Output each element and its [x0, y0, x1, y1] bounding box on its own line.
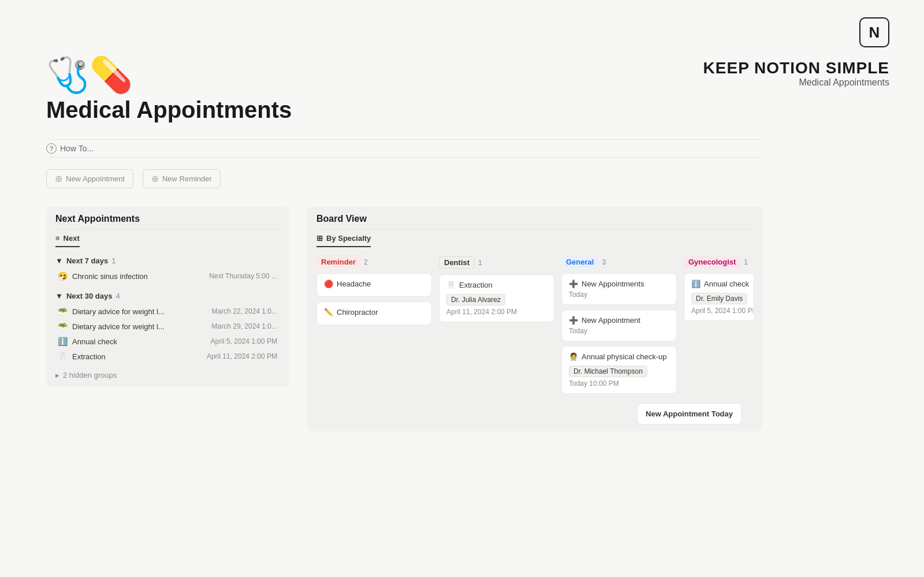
board-view-section: Board View ⊞ By Specialty Reminder 2	[307, 207, 762, 431]
list-item[interactable]: 🤧 Chronic sinus infection Next Thursday …	[55, 269, 280, 284]
right-panel: Board View ⊞ By Specialty Reminder 2	[307, 207, 762, 438]
card-date: April 5, 2024 1:00 PM	[691, 307, 753, 315]
item-emoji: 🥗	[58, 322, 68, 331]
item-name: Dietary advice for weight l...	[72, 322, 165, 331]
page-icon: 🩺💊	[46, 58, 762, 92]
plus-icon: ⊕	[55, 173, 62, 184]
item-emoji: ℹ️	[58, 337, 68, 346]
card-headache[interactable]: 🔴 Headache	[316, 273, 432, 297]
main-content: 🩺💊 Medical Appointments ? How To... ⊕ Ne…	[0, 0, 808, 461]
board-view-header: Board View	[316, 214, 753, 224]
item-date: March 29, 2024 1:0...	[212, 322, 277, 330]
new-appointment-today-card[interactable]: New Appointment Today	[637, 403, 742, 425]
two-col-layout: Next Appointments ≡ Next ▼ Next 7 days 1…	[46, 207, 762, 438]
divider	[55, 229, 280, 229]
group-label-30: Next 30 days	[66, 292, 113, 300]
col-reminder-header: Reminder 2	[316, 256, 432, 267]
card-doctor: Dr. Emily Davis	[691, 293, 747, 304]
col-reminder-count: 2	[364, 258, 368, 266]
card-title: 🧑‍⚕️ Annual physical check-up	[569, 352, 669, 361]
notion-logo: N	[859, 17, 889, 47]
col-general: General 3 ➕ New Appointments Today	[561, 256, 677, 399]
col-reminder-label: Reminder	[316, 256, 360, 267]
reminder-plus-icon: ⊕	[151, 173, 159, 184]
group-label-7: Next 7 days	[66, 256, 108, 265]
page-header: 🩺💊 Medical Appointments	[46, 58, 762, 130]
card-emoji: 🧑‍⚕️	[569, 352, 578, 361]
card-name: New Appointment	[582, 316, 640, 325]
item-name: Annual check	[72, 337, 117, 346]
col-general-count: 3	[602, 258, 606, 266]
col-gynecologist: Gynecologist 1 ℹ️ Annual check Dr. Emily…	[684, 256, 753, 399]
list-icon: ≡	[55, 234, 60, 243]
list-item[interactable]: 🥗 Dietary advice for weight l... March 2…	[55, 304, 280, 319]
card-name: Chiropractor	[337, 308, 378, 317]
card-date: Today	[569, 291, 669, 299]
new-reminder-button[interactable]: ⊕ New Reminder	[143, 169, 221, 188]
card-title: ℹ️ Annual check	[691, 280, 753, 288]
card-title: ➕ New Appointments	[569, 280, 669, 288]
new-appointment-label: New Appointment	[66, 174, 125, 183]
card-new-appointments[interactable]: ➕ New Appointments Today	[561, 273, 677, 305]
card-name: Annual check	[704, 280, 749, 288]
group-count-7: 1	[111, 256, 116, 265]
col-gynecologist-count: 1	[744, 258, 748, 266]
how-to-row[interactable]: ? How To...	[46, 139, 762, 158]
next-appointments-section: Next Appointments ≡ Next ▼ Next 7 days 1…	[46, 207, 289, 386]
col-gynecologist-header: Gynecologist 1	[684, 256, 753, 267]
board-tab-label: By Specialty	[326, 234, 371, 243]
group-next-30-days[interactable]: ▼ Next 30 days 4	[55, 292, 280, 300]
list-item[interactable]: ℹ️ Annual check April 5, 2024 1:00 PM	[55, 334, 280, 349]
col-dentist-header: Dentist 1	[439, 256, 554, 269]
card-date: Today 10:00 PM	[569, 379, 669, 388]
card-name: New Appointments	[582, 280, 644, 288]
list-item[interactable]: 🦷 Extraction April 11, 2024 2:00 PM	[55, 349, 280, 364]
next-tab-label: Next	[64, 234, 80, 243]
board-title: Board View	[316, 214, 367, 224]
card-extraction[interactable]: 🦷 Extraction Dr. Julia Alvarez April 11,…	[439, 274, 554, 322]
board-divider	[316, 229, 753, 229]
card-new-appointment[interactable]: ➕ New Appointment Today	[561, 310, 677, 341]
col-dentist-count: 1	[478, 259, 482, 267]
card-date: April 11, 2024 2:00 PM	[446, 308, 547, 316]
col-dentist-label: Dentist	[439, 256, 475, 269]
how-to-label: How To...	[60, 144, 94, 153]
new-appointment-button[interactable]: ⊕ New Appointment	[46, 169, 133, 188]
board-columns: Reminder 2 🔴 Headache ✏️	[316, 256, 753, 399]
list-item[interactable]: 🥗 Dietary advice for weight l... March 2…	[55, 319, 280, 334]
chevron-down-icon-2: ▼	[55, 292, 63, 300]
page-title: Medical Appointments	[46, 97, 762, 123]
card-name: Extraction	[459, 281, 493, 289]
next-tab[interactable]: ≡ Next	[55, 234, 80, 247]
by-specialty-tab[interactable]: ⊞ By Specialty	[316, 234, 371, 247]
card-annual-physical[interactable]: 🧑‍⚕️ Annual physical check-up Dr. Michae…	[561, 346, 677, 394]
card-title: ➕ New Appointment	[569, 316, 669, 325]
brand-subtitle: Medical Appointments	[799, 77, 889, 88]
card-title: 🔴 Headache	[324, 280, 424, 288]
action-buttons: ⊕ New Appointment ⊕ New Reminder	[46, 169, 762, 188]
left-panel: Next Appointments ≡ Next ▼ Next 7 days 1…	[46, 207, 289, 393]
question-icon: ?	[46, 143, 57, 154]
item-emoji: 🥗	[58, 307, 68, 316]
card-emoji: 🔴	[324, 280, 333, 288]
group-next-7-days[interactable]: ▼ Next 7 days 1	[55, 256, 280, 265]
card-name: Headache	[337, 280, 371, 288]
card-title: ✏️ Chiropractor	[324, 308, 424, 317]
card-annual-check[interactable]: ℹ️ Annual check Dr. Emily Davis April 5,…	[684, 273, 753, 321]
card-emoji: ➕	[569, 280, 578, 288]
item-date: Next Thursday 5:00 ...	[209, 272, 277, 280]
col-general-header: General 3	[561, 256, 677, 267]
card-emoji: ℹ️	[691, 280, 701, 288]
hidden-groups-label: 2 hidden groups	[63, 371, 117, 379]
hidden-groups[interactable]: ▸ 2 hidden groups	[55, 371, 280, 379]
brand-title: KEEP NOTION SIMPLE	[703, 59, 889, 77]
card-chiropractor[interactable]: ✏️ Chiropractor	[316, 301, 432, 325]
chevron-right-icon: ▸	[55, 371, 59, 379]
board-icon: ⊞	[316, 234, 323, 243]
chevron-down-icon: ▼	[55, 256, 63, 265]
col-general-label: General	[561, 256, 598, 267]
col-dentist: Dentist 1 🦷 Extraction Dr. Julia Alvarez…	[439, 256, 554, 399]
card-date: Today	[569, 327, 669, 335]
list-item-left: 🤧 Chronic sinus infection	[58, 271, 148, 281]
item-date: April 5, 2024 1:00 PM	[211, 337, 277, 345]
